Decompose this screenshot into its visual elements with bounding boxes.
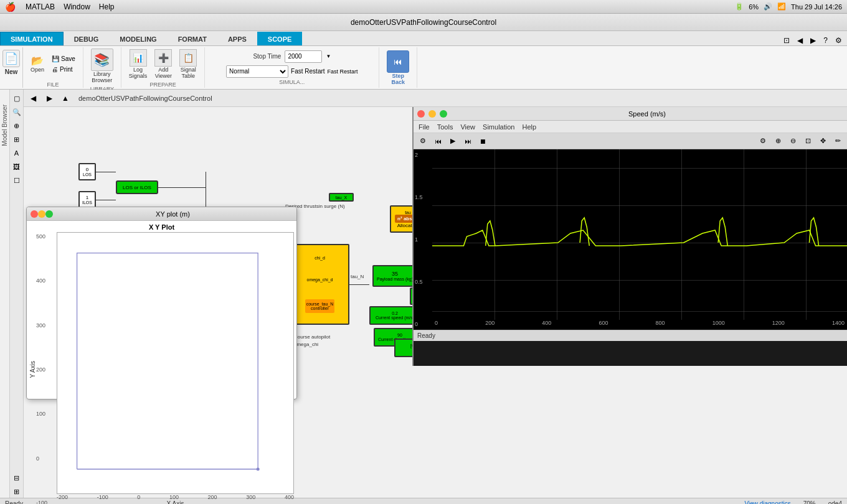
xy-close-btn[interactable] bbox=[31, 210, 38, 218]
help-icon[interactable]: ? bbox=[821, 35, 830, 45]
payload-mass-block[interactable]: 35 Payload mass (kg) bbox=[372, 265, 417, 287]
new-btn-icon: 📄 bbox=[2, 50, 20, 67]
library-browser-btn[interactable]: 📚 Library Browser bbox=[88, 47, 116, 85]
settings-icon[interactable]: ⚙ bbox=[833, 35, 845, 45]
wire-h-3 bbox=[349, 284, 369, 285]
tab-apps[interactable]: APPS bbox=[217, 32, 257, 45]
simulate-group: Stop Time ▼ Normal Accelerator Rapid Acc… bbox=[205, 47, 379, 88]
log-signals-btn[interactable]: 📊 Log Signals bbox=[126, 48, 150, 80]
los-or-ilos-block[interactable]: LOS or ILOS bbox=[116, 180, 158, 194]
select-tool[interactable]: ▢ bbox=[11, 92, 23, 105]
xy-plot-inner[interactable] bbox=[57, 232, 294, 494]
expand-tool[interactable]: ⊞ bbox=[11, 485, 23, 498]
view-diagnostics-link[interactable]: View diagnostics bbox=[744, 500, 790, 504]
xy-title: XY plot (m) bbox=[53, 210, 293, 218]
los-block[interactable]: 0LOS bbox=[78, 163, 96, 180]
add-viewer-icon: ➕ bbox=[154, 49, 172, 67]
scope-min-btn[interactable] bbox=[428, 110, 436, 118]
left-sidebar[interactable]: Model Browser bbox=[0, 90, 10, 498]
fit-tool[interactable]: ⊞ bbox=[11, 133, 23, 146]
step-back-btn[interactable]: ⏮ StepBack bbox=[384, 49, 412, 86]
scope-max-btn[interactable] bbox=[440, 110, 447, 118]
sim-mode-select[interactable]: Normal Accelerator Rapid Accelerator bbox=[226, 65, 288, 78]
time-dropdown-arrow[interactable]: ▼ bbox=[326, 54, 331, 59]
scope-cursor-tool[interactable]: ⚙ bbox=[416, 135, 430, 147]
wire-los-2 bbox=[158, 187, 206, 188]
scope-stop-tool[interactable]: ⏹ bbox=[476, 135, 490, 147]
scope-ylabel: 2 1.5 1 0.5 0 bbox=[414, 149, 432, 330]
scope-help-menu[interactable]: Help bbox=[522, 123, 536, 131]
add-viewer-btn[interactable]: ➕ Add Viewer bbox=[152, 48, 174, 80]
tau-x-block[interactable]: tau_X bbox=[329, 193, 354, 202]
scope-file-menu[interactable]: File bbox=[419, 123, 430, 131]
collapse-tool[interactable]: ⊟ bbox=[11, 472, 23, 484]
scope-status: Ready bbox=[417, 332, 435, 339]
new-btn-label[interactable]: New bbox=[5, 68, 18, 75]
matlab-menu[interactable]: MATLAB bbox=[26, 2, 55, 11]
scope-simulation-menu[interactable]: Simulation bbox=[483, 123, 514, 131]
log-signals-label: Log Signals bbox=[129, 67, 148, 79]
back-nav-btn[interactable]: ◀ bbox=[26, 91, 40, 105]
step-back-group: ⏮ StepBack bbox=[379, 47, 417, 88]
tab-debug[interactable]: DEBUG bbox=[64, 32, 110, 45]
scope-tools-menu[interactable]: Tools bbox=[437, 123, 453, 131]
scope-edit-tool[interactable]: ✏ bbox=[831, 135, 845, 147]
datetime: Thu 29 Jul 14:26 bbox=[791, 3, 842, 11]
fast-restart-label[interactable]: Fast Restart bbox=[291, 68, 324, 75]
add-viewer-label: Add Viewer bbox=[155, 67, 172, 79]
scope-statusbar: Ready bbox=[414, 330, 847, 341]
scope-close-btn[interactable] bbox=[417, 110, 425, 118]
pid-controller-block[interactable]: chi_d omega_chi_d course_tau_Ncontroller bbox=[290, 244, 349, 325]
help-menu[interactable]: Help bbox=[99, 2, 115, 11]
up-nav-btn[interactable]: ▲ bbox=[59, 91, 72, 105]
tau-n-label: tau_N bbox=[351, 274, 364, 279]
scope-title: Speed (m/s) bbox=[451, 110, 843, 118]
checkbox-tool[interactable]: ☐ bbox=[11, 174, 23, 187]
xy-max-btn[interactable] bbox=[45, 210, 53, 218]
wire-los-1 bbox=[96, 172, 116, 172]
scope-rewind-tool[interactable]: ⏮ bbox=[431, 135, 445, 147]
forward-nav-btn[interactable]: ▶ bbox=[42, 91, 56, 105]
undock-icon[interactable]: ⊡ bbox=[781, 35, 792, 45]
xy-yticks: 500 400 300 200 100 0 -100 bbox=[36, 232, 47, 504]
mac-titlebar: 🍎 MATLAB Window Help 🔋 6% 🔊 📶 Thu 29 Jul… bbox=[0, 0, 847, 14]
scope-zoom-in-tool[interactable]: ⊕ bbox=[771, 135, 785, 147]
scope-pan-tool[interactable]: ✥ bbox=[816, 135, 830, 147]
back-icon[interactable]: ◀ bbox=[795, 35, 805, 45]
open-btn[interactable]: 📂 Open bbox=[28, 54, 47, 74]
xy-plot-window: XY plot (m) X Y Plot Y Axis 500 400 300 … bbox=[26, 207, 297, 399]
save-btn[interactable]: 💾 Save bbox=[49, 54, 78, 63]
scope-step-tool[interactable]: ⏭ bbox=[461, 135, 475, 147]
image-tool[interactable]: 🖼 bbox=[11, 161, 23, 173]
tab-scope[interactable]: SCOPE bbox=[257, 32, 303, 45]
tab-simulation[interactable]: SIMULATION bbox=[0, 32, 64, 45]
scope-settings-tool[interactable]: ⚙ bbox=[756, 135, 770, 147]
tab-format[interactable]: FORMAT bbox=[168, 32, 217, 45]
stop-time-input[interactable] bbox=[285, 50, 322, 63]
scope-signal bbox=[432, 149, 847, 320]
ribbon-right-controls: ⊡ ◀ ▶ ? ⚙ bbox=[781, 35, 847, 45]
window-title: demoOtterUSVPathFollowingCourseControl bbox=[0, 14, 847, 31]
xy-min-btn[interactable] bbox=[38, 210, 45, 218]
scope-window: Speed (m/s) File Tools View Simulation H… bbox=[412, 107, 847, 366]
model-browser-label: Model Browser bbox=[1, 105, 8, 146]
step-back-label: StepBack bbox=[392, 73, 405, 85]
zoom-in-tool[interactable]: 🔍 bbox=[11, 106, 23, 118]
library-group-content: 📚 Library Browser bbox=[88, 47, 116, 85]
scope-fit-tool[interactable]: ⊡ bbox=[801, 135, 815, 147]
window-menu[interactable]: Window bbox=[64, 2, 90, 11]
file-group: 📂 Open 💾 Save 🖨 Print FILE bbox=[23, 47, 83, 88]
tab-modeling[interactable]: MODELING bbox=[109, 32, 167, 45]
file-group-label: FILE bbox=[47, 82, 59, 88]
ilos-block[interactable]: 1ILOS bbox=[78, 191, 96, 208]
scope-view-menu[interactable]: View bbox=[460, 123, 475, 131]
forward-icon[interactable]: ▶ bbox=[808, 35, 818, 45]
signal-table-btn[interactable]: 📋 Signal Table bbox=[177, 48, 199, 80]
print-btn[interactable]: 🖨 Print bbox=[49, 65, 78, 74]
save-icon: 💾 bbox=[52, 55, 59, 62]
text-tool[interactable]: A bbox=[11, 147, 23, 159]
scope-play-tool[interactable]: ▶ bbox=[446, 135, 460, 147]
zoom-out-tool[interactable]: ⊕ bbox=[11, 119, 23, 132]
xy-ylabel-container: Y Axis 500 400 300 200 100 0 -100 bbox=[29, 232, 54, 504]
scope-zoom-out-tool[interactable]: ⊖ bbox=[786, 135, 800, 147]
